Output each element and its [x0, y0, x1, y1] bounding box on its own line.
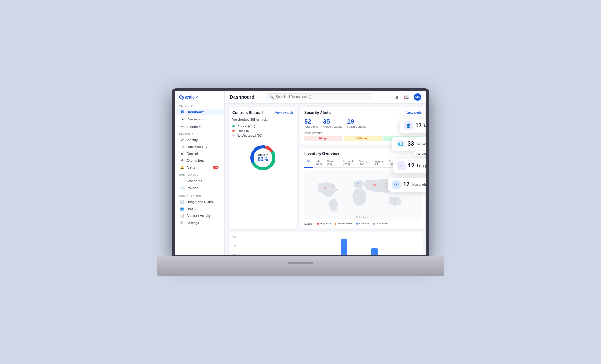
view-alerts-link[interactable]: View alerts	[406, 111, 422, 114]
bars-container: Sep 2022 Oct 2022 Nov 2022	[232, 239, 419, 255]
sidebar-item-users[interactable]: 👥 Users	[176, 205, 223, 212]
not-assessed-dot	[232, 134, 235, 137]
info-icon: ℹ	[262, 111, 263, 114]
alerts-icon: 🔔	[180, 166, 184, 169]
controls-status-card: Controls Status ℹ View controls We check…	[229, 107, 297, 229]
affected-assets-value: 35	[323, 118, 342, 125]
activity-icon: 📋	[180, 214, 184, 218]
sidebar-item-alerts[interactable]: 🔔 Alerts 678	[176, 164, 223, 171]
logging-badge: 23 Logging	[414, 151, 429, 156]
theme-toggle-button[interactable]: ◑	[393, 93, 400, 101]
metric-total: 52 Total alerts	[304, 118, 318, 128]
low-risk-dot	[356, 223, 358, 225]
tab-iam[interactable]: IAM (678)	[313, 158, 325, 168]
sidebar-item-label: Alerts	[187, 166, 195, 169]
sidebar-item-data-security[interactable]: 🛡 Data Security	[176, 143, 223, 150]
alerts-header: Security Alerts View alerts	[304, 110, 422, 115]
sidebar-item-label: Policies	[187, 186, 198, 190]
iam-float-count: 12	[415, 122, 422, 129]
svg-point-12	[386, 183, 387, 184]
data-security-icon: 🛡	[180, 145, 184, 149]
bar-dec-2022: Dec 2022	[330, 239, 358, 255]
svg-point-10	[373, 183, 376, 186]
failed-controls-label: Failed Controls	[347, 125, 366, 128]
sidebar-item-connectors[interactable]: ☁ Connectors +	[176, 115, 223, 123]
passed-label: Passed (200)	[237, 125, 255, 128]
sidebar-item-standards[interactable]: ◎ Standards	[176, 177, 223, 184]
serverless-float-label: Serverless	[412, 182, 429, 187]
sidebar-item-controls[interactable]: ∞ Controls	[176, 150, 223, 157]
iam-float-label: IAM	[424, 123, 429, 128]
sidebar-item-dashboard[interactable]: ⊞ Dashboard	[176, 109, 223, 115]
tab-storage[interactable]: Storage (103)	[356, 158, 371, 168]
donut-chart: 200/382 82%	[249, 144, 277, 172]
serverless-float-count: 12	[403, 181, 410, 188]
controls-status-header: Controls Status ℹ View controls	[232, 110, 294, 115]
svg-point-9	[355, 186, 357, 187]
sidebar-item-account-activity[interactable]: 📋 Account Activity	[176, 212, 223, 219]
search-box[interactable]: 🔍	[266, 93, 372, 100]
tab-compute[interactable]: Compute (11)	[325, 158, 341, 168]
logging-float-count: 12	[408, 162, 414, 169]
sidebar-item-label: Data Security	[187, 145, 207, 149]
settings-arrow-icon: ›	[218, 221, 219, 225]
map-label: Global Assets	[355, 216, 371, 218]
bar-dec	[341, 239, 347, 255]
sidebar-item-exemptions[interactable]: ⊗ Exemptions	[176, 157, 223, 164]
map-legend: Labels: High Risk Medium Risk	[304, 222, 422, 225]
help-button[interactable]: 📖	[403, 93, 411, 101]
donut-percent: 82%	[258, 156, 268, 162]
logging-float-panel: ≡ 12 Logging	[393, 159, 429, 173]
bar-chart-area: 700 400 200 0 Sep 2022	[232, 236, 419, 255]
add-connector-icon[interactable]: +	[217, 117, 219, 121]
svg-point-15	[394, 199, 395, 200]
standards-icon: ◎	[180, 179, 184, 183]
add-policy-icon[interactable]: +	[217, 186, 219, 190]
serverless-float-icon: </>	[392, 180, 401, 189]
dashboard-icon: ⊞	[180, 110, 184, 114]
sidebar-item-label: Identity	[187, 138, 198, 142]
sidebar-item-policies[interactable]: 📄 Policies +	[176, 184, 223, 192]
sidebar-item-inventory[interactable]: ≡ Inventory	[176, 123, 223, 130]
sidebar-section-security: SECURITY	[175, 130, 224, 136]
donut-chart-wrapper: 200/382 82%	[232, 141, 294, 174]
network-float-count: 33	[408, 141, 414, 147]
metric-failed: 19 Failed Controls	[347, 118, 366, 128]
tab-network[interactable]: Network (223)	[341, 158, 356, 168]
svg-point-14	[331, 203, 332, 204]
sidebar-item-label: Inventory	[187, 125, 201, 128]
sidebar-item-settings[interactable]: ⚙ Settings ›	[176, 219, 223, 227]
sidebar-section-visibility: VISIBILITY	[175, 102, 224, 109]
sidebar-item-label: Controls	[187, 152, 199, 156]
sidebar-item-label: Standards	[187, 179, 202, 183]
total-alerts-value: 52	[304, 118, 318, 125]
bar-chart-card: 700 400 200 0 Sep 2022	[229, 232, 423, 255]
sidebar: Cyscale ✓ VISIBILITY ⊞ Dashboard ☁ Conne…	[175, 91, 225, 255]
high-risk-dot	[317, 223, 319, 225]
iam-float-icon: 👤	[404, 121, 413, 130]
controls-description: We checked 385 controls.	[232, 118, 294, 121]
medium-risk-label: Medium Risk	[338, 222, 352, 225]
search-input[interactable]	[276, 95, 369, 99]
sidebar-item-usage[interactable]: 📊 Usage and Plans	[176, 198, 223, 205]
sidebar-item-identity[interactable]: 👁 Identity	[176, 136, 223, 143]
bar-jan	[371, 248, 378, 255]
failed-controls-value: 19	[347, 118, 366, 125]
not-assessed-label: Not Assessed (10)	[237, 134, 262, 137]
view-controls-link[interactable]: View controls	[275, 111, 294, 114]
avatar[interactable]: MB	[414, 93, 421, 101]
sidebar-section-compliance: COMPLIANCE	[175, 171, 224, 177]
tab-logging[interactable]: Logging (23)	[371, 158, 386, 168]
tab-all[interactable]: All	[304, 158, 313, 168]
main-content: Dashboard 🔍 ◑ 📖 MB	[225, 91, 426, 255]
search-icon: 🔍	[270, 95, 274, 99]
connectors-icon: ☁	[180, 117, 184, 121]
logo-checkmark: ✓	[196, 95, 199, 99]
svg-point-7	[336, 189, 338, 190]
alerts-title: Security Alerts	[304, 110, 331, 115]
settings-icon: ⚙	[180, 221, 184, 225]
page-title: Dashboard	[230, 94, 254, 100]
sidebar-item-label: Settings	[187, 221, 199, 225]
users-icon: 👥	[180, 207, 184, 211]
low-risk-label: Low Risk	[359, 222, 369, 225]
